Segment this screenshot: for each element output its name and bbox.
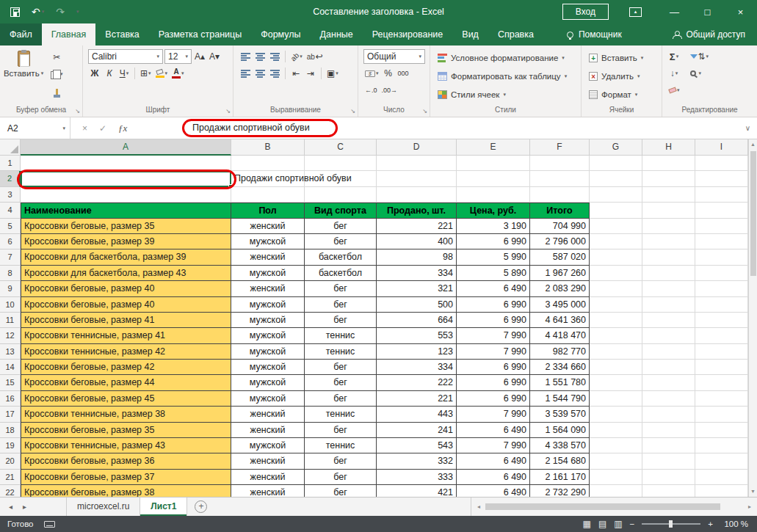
- format-as-table-button[interactable]: Форматировать как таблицу▾: [435, 68, 569, 85]
- cell-B22[interactable]: женский: [231, 485, 305, 497]
- cell-E17[interactable]: 7 990: [457, 407, 530, 422]
- formula-input[interactable]: Продажи спортивной обуви: [192, 117, 310, 139]
- cell-G18[interactable]: [590, 423, 642, 438]
- row-header-3[interactable]: 3: [0, 187, 21, 203]
- tab-page-layout[interactable]: Разметка страницы: [149, 23, 251, 45]
- delete-cells-button[interactable]: ×Удалить▾: [587, 68, 642, 85]
- cell-G6[interactable]: [590, 234, 642, 249]
- cell-E9[interactable]: 6 490: [457, 281, 530, 296]
- vertical-scrollbar[interactable]: ▲ ▼: [748, 139, 757, 497]
- cell-A20[interactable]: Кроссовки беговые, размер 36: [21, 453, 231, 469]
- cell-B5[interactable]: женский: [231, 219, 305, 234]
- cell-H19[interactable]: [642, 438, 695, 453]
- cell-A5[interactable]: Кроссовки беговые, размер 35: [21, 219, 231, 234]
- cell-H20[interactable]: [642, 453, 695, 469]
- cell-I20[interactable]: [695, 453, 748, 469]
- cell-C17[interactable]: теннис: [305, 407, 377, 422]
- cell-I5[interactable]: [695, 219, 748, 234]
- cell-F17[interactable]: 3 539 570: [530, 407, 590, 422]
- cell-H10[interactable]: [642, 297, 695, 313]
- cell-E19[interactable]: 7 990: [457, 438, 530, 453]
- column-header-B[interactable]: B: [231, 139, 305, 156]
- cell-C6[interactable]: бег: [305, 234, 377, 249]
- new-sheet-button[interactable]: +: [195, 500, 207, 513]
- row-header-22[interactable]: 22: [0, 485, 21, 497]
- cell-G9[interactable]: [590, 281, 642, 296]
- cell-G5[interactable]: [590, 219, 642, 234]
- close-button[interactable]: ×: [724, 0, 757, 23]
- cell-I19[interactable]: [695, 438, 748, 453]
- format-cells-button[interactable]: Формат▾: [587, 86, 640, 103]
- cell-E16[interactable]: 6 990: [457, 391, 530, 407]
- align-right-button[interactable]: [268, 66, 281, 81]
- cell-D22[interactable]: 421: [377, 485, 457, 497]
- align-center-button[interactable]: [253, 66, 267, 81]
- font-color-button[interactable]: А▾: [170, 66, 186, 81]
- cell-E5[interactable]: 3 190: [457, 219, 530, 234]
- cell-A6[interactable]: Кроссовки беговые, размер 39: [21, 234, 231, 249]
- cell-C18[interactable]: бег: [305, 423, 377, 438]
- cell-D3[interactable]: [377, 187, 457, 203]
- wrap-text-button[interactable]: ab↩: [305, 49, 325, 64]
- cell-I9[interactable]: [695, 281, 748, 296]
- cell-G13[interactable]: [590, 344, 642, 360]
- sort-filter-button[interactable]: ⇅▾: [689, 49, 711, 64]
- increase-indent-button[interactable]: ⇥: [304, 66, 317, 81]
- cell-H3[interactable]: [642, 187, 695, 203]
- decrease-indent-button[interactable]: ⇤: [289, 66, 303, 81]
- cell-F13[interactable]: 982 770: [530, 344, 590, 360]
- cell-H4[interactable]: [642, 203, 695, 218]
- scroll-left-arrow[interactable]: ◂: [474, 503, 484, 510]
- zoom-percentage[interactable]: 100 %: [720, 520, 748, 528]
- cell-F20[interactable]: 2 154 680: [530, 453, 590, 469]
- merge-center-button[interactable]: ▣▾: [325, 66, 340, 81]
- dialog-launcher-icon[interactable]: ↘: [225, 109, 231, 114]
- column-header-C[interactable]: C: [305, 139, 377, 156]
- paste-button[interactable]: Вставить▾: [5, 49, 42, 105]
- sheet-nav-left-icon[interactable]: ◂: [9, 503, 12, 511]
- cell-H6[interactable]: [642, 234, 695, 249]
- cell-B13[interactable]: мужской: [231, 344, 305, 360]
- cell-A12[interactable]: Кроссовки теннисные, размер 41: [21, 328, 231, 343]
- cell-C4[interactable]: Вид спорта: [305, 203, 377, 218]
- horizontal-scrollbar[interactable]: ◂ ▸: [471, 498, 757, 516]
- column-header-I[interactable]: I: [695, 139, 748, 156]
- row-header-16[interactable]: 16: [0, 391, 21, 407]
- cell-B3[interactable]: [231, 187, 305, 203]
- cell-E12[interactable]: 7 990: [457, 328, 530, 343]
- cell-H16[interactable]: [642, 391, 695, 407]
- row-header-17[interactable]: 17: [0, 407, 21, 422]
- cell-I22[interactable]: [695, 485, 748, 497]
- cell-H15[interactable]: [642, 375, 695, 390]
- cell-E20[interactable]: 6 490: [457, 453, 530, 469]
- cell-I21[interactable]: [695, 470, 748, 485]
- cell-E14[interactable]: 6 990: [457, 360, 530, 375]
- cell-E11[interactable]: 6 990: [457, 313, 530, 328]
- row-header-19[interactable]: 19: [0, 438, 21, 453]
- cell-D15[interactable]: 222: [377, 375, 457, 390]
- format-painter-button[interactable]: [49, 84, 65, 98]
- scroll-right-arrow[interactable]: ▸: [745, 503, 755, 510]
- cell-B10[interactable]: мужской: [231, 297, 305, 313]
- align-middle-button[interactable]: [253, 49, 267, 64]
- cell-G12[interactable]: [590, 328, 642, 343]
- cell-G1[interactable]: [590, 156, 642, 171]
- cell-A9[interactable]: Кроссовки беговые, размер 40: [21, 281, 231, 296]
- cell-D21[interactable]: 333: [377, 470, 457, 485]
- zoom-slider[interactable]: [642, 523, 700, 525]
- sheet-nav-right-icon[interactable]: ▸: [23, 503, 26, 511]
- cell-D6[interactable]: 400: [377, 234, 457, 249]
- cell-H5[interactable]: [642, 219, 695, 234]
- cell-G17[interactable]: [590, 407, 642, 422]
- tab-insert[interactable]: Вставка: [95, 23, 148, 45]
- cell-B6[interactable]: мужской: [231, 234, 305, 249]
- row-header-10[interactable]: 10: [0, 297, 21, 313]
- row-header-1[interactable]: 1: [0, 156, 21, 171]
- view-page-break-button[interactable]: ▥: [614, 519, 622, 529]
- row-header-5[interactable]: 5: [0, 219, 21, 234]
- cell-H14[interactable]: [642, 360, 695, 375]
- find-select-button[interactable]: ▾: [689, 66, 703, 81]
- dialog-launcher-icon[interactable]: ↘: [75, 109, 80, 114]
- vertical-scroll-thumb[interactable]: [750, 151, 756, 276]
- column-header-E[interactable]: E: [457, 139, 530, 156]
